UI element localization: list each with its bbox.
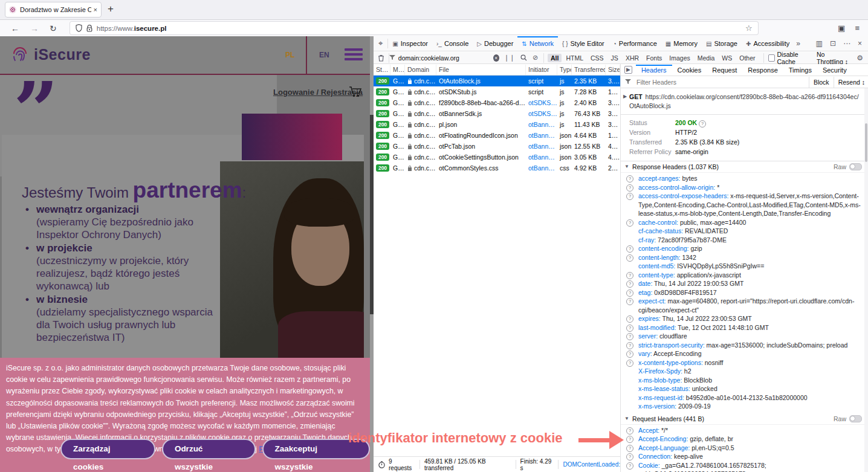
help-icon[interactable]: ?	[626, 462, 633, 470]
network-request-row[interactable]: 200GETcdn.co…otPcTab.jsonotBanner…json12…	[374, 141, 620, 152]
block-button[interactable]: Block	[809, 77, 834, 88]
header-row[interactable]: ?content-type: application/x-javascript	[621, 271, 864, 280]
header-row[interactable]: ?Accept-Encoding: gzip, deflate, br	[621, 435, 864, 444]
help-icon[interactable]: ?	[626, 315, 633, 323]
detail-tab-security[interactable]: Security	[817, 65, 852, 76]
type-filter-html[interactable]: HTML	[563, 54, 586, 62]
column-header[interactable]: Initiator	[526, 65, 557, 75]
throttling-dropdown[interactable]: No Throttling ↕	[817, 51, 850, 65]
help-icon[interactable]: ?	[626, 360, 633, 367]
header-row[interactable]: x-ms-version: 2009-09-19	[621, 402, 864, 411]
clear-requests-icon[interactable]	[378, 54, 384, 62]
header-row[interactable]: ?Cookie: _ga=GA1.2.704861004.1657825178;…	[621, 461, 864, 472]
header-row[interactable]: ?cache-control: public, max-age=14400	[621, 218, 864, 227]
header-row[interactable]: cf-ray: 72ac80f79f5a7b87-DME	[621, 236, 864, 245]
header-row[interactable]: ?content-encoding: gzip	[621, 244, 864, 253]
help-icon[interactable]: ?	[626, 193, 633, 200]
meatball-menu-icon[interactable]: ⋯	[843, 39, 850, 48]
more-tabs-chevron-icon[interactable]: »	[796, 39, 800, 48]
back-button[interactable]: ←	[11, 24, 19, 33]
reject-all-button[interactable]: Odrzuć wszystkie	[162, 439, 256, 459]
help-icon[interactable]: ?	[626, 333, 633, 340]
pause-traffic-icon[interactable]: ❘❘	[504, 54, 515, 62]
collapse-pane-icon[interactable]: ▶	[624, 66, 632, 74]
column-header[interactable]: Transferred	[572, 65, 606, 75]
header-row[interactable]: ?Accept: */*	[621, 426, 864, 435]
detail-scrollbar-thumb[interactable]	[865, 123, 867, 162]
initiator-cell[interactable]: otBanner…	[526, 141, 557, 152]
type-filter-other[interactable]: Other	[736, 54, 758, 62]
twisty-icon[interactable]: ▶	[623, 93, 627, 100]
initiator-cell[interactable]: otBanner…	[526, 119, 557, 130]
new-tab-button[interactable]: +	[108, 3, 114, 15]
help-icon[interactable]: ?	[626, 445, 633, 452]
detail-tab-timings[interactable]: Timings	[783, 65, 817, 76]
twisty-down-icon[interactable]: ▼	[624, 413, 629, 424]
raw-toggle[interactable]	[849, 163, 862, 170]
url-bar[interactable]: https://www.isecure.pl ☆	[70, 22, 758, 34]
devtools-tab-inspector[interactable]: ▣Inspector	[388, 36, 432, 51]
header-row[interactable]: cf-cache-status: REVALIDATED	[621, 227, 864, 236]
header-row[interactable]: ?date: Thu, 14 Jul 2022 19:00:53 GMT	[621, 279, 864, 288]
devtools-tab-style-editor[interactable]: { }Style Editor	[558, 36, 609, 51]
twisty-down-icon[interactable]: ▼	[624, 161, 629, 172]
column-header[interactable]: Size	[606, 65, 620, 75]
header-row[interactable]: x-ms-request-id: b4952d0e-a01e-0014-2132…	[621, 393, 864, 402]
filter-headers-input[interactable]: Filter Headers	[636, 79, 676, 86]
initiator-cell[interactable]: otBanner…	[526, 152, 557, 163]
devtools-tab-memory[interactable]: ▦Memory	[661, 36, 702, 51]
header-row[interactable]: ?etag: 0x8D98D8F4F819517	[621, 288, 864, 297]
header-row[interactable]: ?last-modified: Tue, 12 Oct 2021 14:48:1…	[621, 323, 864, 332]
header-row[interactable]: ?Connection: keep-alive	[621, 452, 864, 461]
header-row[interactable]: ?access-control-allow-origin: *	[621, 183, 864, 192]
network-request-row[interactable]: 200GETcdn.co…pl.jsonotBanner…js11.43 KB3…	[374, 119, 620, 130]
lang-pl-button[interactable]: PL	[285, 51, 294, 59]
header-row[interactable]: ?accept-ranges: bytes	[621, 174, 864, 183]
network-request-row[interactable]: 200GETcdn.co…otFloatingRoundedIcon.jsono…	[374, 130, 620, 141]
manage-cookies-button[interactable]: Zarządzaj cookies	[60, 439, 155, 459]
detail-tab-request[interactable]: Request	[707, 65, 742, 76]
devtools-tab-performance[interactable]: ◔Performance	[609, 36, 661, 51]
column-header[interactable]: Type	[557, 65, 572, 75]
network-request-row[interactable]: 200GETcdn.co…otCookieSettingsButton.json…	[374, 152, 620, 163]
column-header[interactable]: File	[436, 65, 526, 75]
devtools-tab-network[interactable]: ⇅Network	[517, 36, 558, 51]
network-request-row[interactable]: 200GETcdn.co…otSDKStub.jsscriptjs7.28 KB…	[374, 86, 620, 97]
header-row[interactable]: ?x-content-type-options: nosniff	[621, 358, 864, 367]
detail-tab-response[interactable]: Response	[742, 65, 783, 76]
devtools-tab-debugger[interactable]: ▷Debugger	[473, 36, 517, 51]
initiator-cell[interactable]: otSDKSt…	[526, 108, 557, 119]
devtools-tab-accessibility[interactable]: ✚Accessibility	[742, 36, 794, 51]
type-filter-css[interactable]: CSS	[588, 54, 607, 62]
type-filter-xhr[interactable]: XHR	[623, 54, 642, 62]
site-logo[interactable]: iSecure	[10, 44, 91, 65]
help-icon[interactable]: ?	[626, 342, 633, 349]
request-url-line[interactable]: ▶ GEThttps://cdn.cookielaw.org/consent/f…	[621, 88, 864, 115]
request-headers-section[interactable]: ▼ Request Headers (441 B) Raw	[621, 413, 864, 425]
extensions-icon[interactable]: ▣	[838, 24, 845, 33]
help-icon[interactable]: ?	[626, 280, 633, 288]
header-row[interactable]: ?access-control-expose-headers: x-ms-req…	[621, 192, 864, 218]
tab-close-icon[interactable]: ×	[94, 6, 97, 13]
help-icon[interactable]: ?	[626, 175, 633, 183]
header-row[interactable]: ?strict-transport-security: max-age=3153…	[621, 341, 864, 350]
header-row[interactable]: ?server: cloudflare	[621, 332, 864, 341]
reload-button[interactable]: ↻	[50, 24, 57, 33]
browser-tab[interactable]: Doradztwo w Zakresie Ochrony Dany ×	[5, 2, 102, 18]
split-console-icon[interactable]: ▥	[816, 39, 823, 48]
detail-tab-headers[interactable]: Headers	[636, 65, 672, 76]
devtools-tab-console[interactable]: ›_Console	[432, 36, 473, 51]
type-filter-media[interactable]: Media	[695, 54, 718, 62]
detail-tab-cookies[interactable]: Cookies	[672, 65, 707, 76]
initiator-cell[interactable]: otBanner…	[526, 130, 557, 141]
help-icon[interactable]: ?	[626, 436, 633, 443]
column-header[interactable]: Domain	[405, 65, 436, 75]
header-row[interactable]: ?expect-ct: max-age=604800, report-uri="…	[621, 297, 864, 314]
header-row[interactable]: content-md5: ISVHQDp8yLpS5h8SniPgIw==	[621, 262, 864, 271]
help-icon[interactable]: ?	[626, 427, 633, 435]
header-row[interactable]: x-ms-lease-status: unlocked	[621, 384, 864, 393]
initiator-cell[interactable]: otSDKSt…	[526, 97, 557, 108]
help-icon[interactable]: ?	[626, 453, 633, 461]
lock-icon[interactable]	[86, 25, 92, 32]
separate-window-icon[interactable]: ⊡	[830, 39, 836, 48]
